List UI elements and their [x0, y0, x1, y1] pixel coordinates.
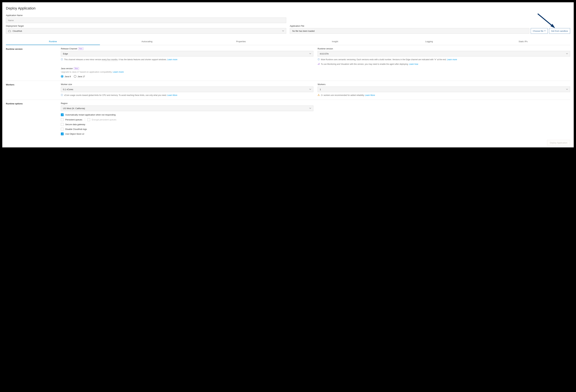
runtime-version-label: Runtime version: [317, 47, 570, 50]
svg-point-12: [62, 94, 62, 95]
chevron-down-icon: [282, 30, 284, 31]
tab-runtime[interactable]: Runtime: [6, 38, 100, 45]
tab-autoscaling[interactable]: Autoscaling: [100, 38, 194, 45]
svg-point-3: [62, 59, 62, 59]
runtime-version-learn-more-link[interactable]: Learn more: [447, 59, 457, 61]
object-store-label: Use Object Store v2: [65, 133, 84, 135]
choose-file-button[interactable]: Choose file: [531, 28, 548, 34]
encrypt-queues-label: Encrypt persistent queues: [92, 119, 116, 121]
chevron-down-icon: [309, 53, 311, 54]
info-icon: [61, 94, 63, 96]
java-8-radio[interactable]: Java 8: [61, 75, 71, 78]
release-channel-learn-more-link[interactable]: Learn more: [167, 59, 177, 61]
svg-point-6: [318, 59, 319, 59]
persistent-queues-label: Persistent queues: [65, 119, 82, 121]
workers-count-label: Workers: [317, 83, 570, 86]
deploy-target-select[interactable]: CloudHub: [6, 28, 286, 34]
section-runtime-options: Runtime options: [6, 102, 59, 135]
info-icon: [317, 58, 320, 60]
runtime-version-select[interactable]: 4.6.0:37e: [317, 51, 570, 57]
divider: [85, 118, 85, 121]
tab-logging[interactable]: Logging: [382, 38, 476, 45]
secure-gateway-label: Secure data gateway: [65, 123, 85, 126]
java-learn-more-link[interactable]: Learn more: [113, 71, 124, 73]
check-icon: [61, 133, 63, 135]
get-from-sandbox-button[interactable]: Get from sandbox: [549, 28, 570, 34]
section-workers: Workers: [6, 83, 59, 97]
persistent-queues-checkbox[interactable]: [61, 118, 64, 121]
secure-gateway-checkbox[interactable]: [61, 123, 64, 126]
page-title: Deploy Application: [6, 6, 570, 10]
region-select[interactable]: US West (N. California): [61, 106, 313, 111]
new-badge: New: [74, 67, 79, 70]
deploy-target-label: Deployment Target: [6, 25, 286, 27]
chevron-down-icon: [566, 53, 568, 54]
tabs-bar: Runtime Autoscaling Properties Insight L…: [6, 38, 570, 45]
check-icon: [61, 114, 63, 116]
worker-size-learn-more-link[interactable]: Learn More: [167, 94, 177, 96]
encrypt-queues-checkbox[interactable]: [87, 118, 90, 121]
warning-icon: [317, 94, 320, 96]
app-file-label: Application File: [290, 25, 570, 27]
cloud-icon: [8, 30, 11, 32]
app-name-input[interactable]: [6, 18, 286, 23]
release-channel-label: Release Channel: [61, 47, 77, 50]
caret-down-icon: [544, 30, 546, 31]
new-badge: New: [78, 47, 84, 50]
java-version-label: Java version: [61, 67, 73, 70]
info-icon: [61, 58, 63, 60]
auto-restart-label: Automatically restart application when n…: [65, 114, 116, 116]
worker-size-label: Worker size: [61, 83, 313, 86]
disable-logs-checkbox[interactable]: [61, 128, 64, 131]
section-runtime-version: Runtime version: [6, 47, 59, 78]
svg-rect-7: [318, 64, 318, 65]
chevron-down-icon: [309, 108, 311, 109]
java-17-radio[interactable]: Java 17: [74, 75, 85, 78]
deploy-application-button[interactable]: Deploy Application: [547, 140, 570, 146]
chevron-down-icon: [566, 89, 568, 90]
disable-logs-label: Disable CloudHub logs: [65, 128, 87, 130]
svg-rect-9: [319, 63, 319, 65]
release-channel-select[interactable]: Edge: [61, 51, 313, 57]
worker-size-select[interactable]: 0.1 vCores: [61, 87, 313, 92]
chevron-down-icon: [309, 89, 311, 90]
chart-icon: [317, 63, 320, 65]
object-store-checkbox[interactable]: [61, 132, 64, 135]
svg-rect-8: [318, 63, 319, 65]
tab-static-ips[interactable]: Static IPs: [476, 38, 570, 45]
app-file-display: No file has been loaded: [290, 28, 529, 34]
auto-restart-checkbox[interactable]: [61, 113, 64, 116]
region-label: Region: [61, 102, 313, 105]
workers-learn-more-link[interactable]: Learn More: [365, 94, 375, 96]
tab-insight[interactable]: Insight: [288, 38, 382, 45]
tab-properties[interactable]: Properties: [194, 38, 288, 45]
runtime-monitor-learn-how-link[interactable]: Learn how: [409, 63, 418, 65]
workers-count-select[interactable]: 1: [317, 87, 570, 92]
app-name-label: Application Name: [6, 14, 286, 17]
